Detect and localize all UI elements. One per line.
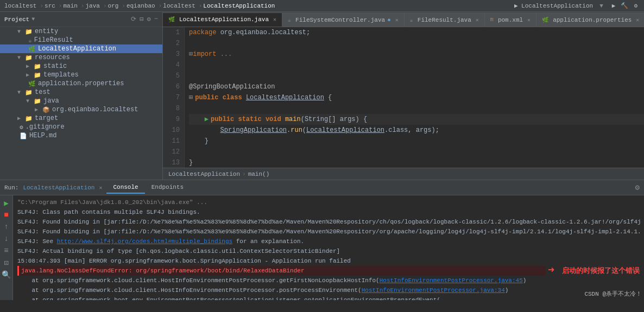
spring-icon-props: 🌿 [28, 80, 36, 87]
hide-icon[interactable]: − [154, 15, 158, 23]
tree-item-static[interactable]: ▶ 📁 static [0, 62, 162, 71]
settings-icon[interactable]: ⚙ [634, 2, 637, 9]
run-config-dropdown[interactable]: ▼ [599, 3, 603, 9]
code-line-2 [189, 38, 644, 49]
tab-filesystemcontroller[interactable]: ☕ FileSystemController.java ● ✕ [282, 12, 405, 27]
title-bar: localtest › src › main › java › org › eq… [0, 0, 644, 12]
code-line-8 [189, 103, 644, 114]
tree-item-orgeq[interactable]: ▶ 📦 org.eqianbao.localtest [0, 105, 162, 114]
link-hostinfo-2[interactable]: HostInfoEnvironmentPostProcessor.java:34 [362, 287, 505, 294]
sync-icon[interactable]: ⟳ [131, 15, 136, 23]
tree-label-orgeq: org.eqianbao.localtest [52, 106, 138, 113]
run-wrap-icon[interactable]: ≡ [1, 245, 12, 256]
gear-icon[interactable]: ⚙ [147, 15, 151, 23]
tree-item-gitignore[interactable]: ⚙ .gitignore [0, 123, 162, 131]
run-app-close[interactable]: ✕ [99, 184, 102, 191]
tree-label-java: java [43, 97, 59, 105]
run-filter-icon[interactable]: ⊡ [1, 257, 12, 268]
spring-tab-icon: 🌿 [168, 16, 175, 23]
tab-pomxml[interactable]: m pom.xml ✕ [485, 12, 536, 27]
tree-item-localtestapp[interactable]: 🌿 LocaltestApplication [0, 44, 162, 53]
tree-item-target[interactable]: ▶ 📁 target [0, 114, 162, 123]
run-search-icon[interactable]: 🔍 [1, 269, 12, 280]
run-line-6: SLF4J: Actual binding is of type [ch.qos… [17, 246, 640, 256]
tree-item-resources[interactable]: ▼ 📁 resources [0, 53, 162, 62]
java-icon-fileresult: ☕ [28, 37, 32, 44]
tabs-bar: 🌿 LocaltestApplication.java ✕ ☕ FileSyst… [163, 12, 644, 27]
line-12: 12 [163, 147, 180, 157]
tab-fileresult[interactable]: ☕ FileResult.java ✕ [405, 12, 485, 27]
tab-close-fsc[interactable]: ✕ [395, 17, 399, 23]
tab-close-pom[interactable]: ✕ [527, 17, 531, 23]
project-dropdown-arrow[interactable]: ▼ [31, 16, 35, 22]
tree-arrow-static: ▶ [26, 63, 34, 69]
folder-icon-test: 📁 [25, 89, 33, 96]
line-13: 13 [163, 157, 180, 168]
tab-label-fsc: FileSystemController.java [295, 17, 385, 23]
run-play-icon[interactable]: ▶ [1, 198, 12, 208]
code-line-5 [189, 71, 644, 81]
line-7: 7 [163, 92, 180, 103]
tree-item-templates[interactable]: ▶ 📁 templates [0, 71, 162, 79]
run-tab-endpoints[interactable]: Endpoints [145, 182, 190, 194]
run-line-error: java.lang.NoClassDefFoundError: org/spri… [17, 266, 546, 276]
tree-label-entity: entity [35, 28, 58, 35]
run-gear-icon[interactable]: ⚙ [635, 183, 640, 192]
tree-label-test: test [35, 88, 50, 96]
tab-localtestapp[interactable]: 🌿 LocaltestApplication.java ✕ [163, 12, 282, 27]
line-4: 4 [163, 60, 180, 71]
tree-item-fileresult[interactable]: ☕ FileResult [0, 36, 162, 44]
project-tree: ▼ 📁 entity ☕ FileResult [0, 27, 162, 140]
tab-close-appprops[interactable]: ✕ [636, 17, 639, 23]
tree-arrow-java: ▼ [26, 98, 34, 104]
project-panel-header: Project ▼ ⟳ ⊟ ⚙ − [0, 12, 162, 27]
code-content: 1 2 3 4 5 6 7 8 9 10 11 12 13 [163, 27, 644, 168]
title-src: src [45, 3, 55, 9]
tree-arrow-res: ▼ [17, 55, 25, 61]
build-button[interactable]: 🔨 [621, 2, 628, 9]
tree-item-test[interactable]: ▼ 📁 test [0, 88, 162, 97]
run-scroll-icon[interactable]: ↑ [1, 221, 12, 232]
title-java: java [85, 3, 99, 9]
tree-item-java[interactable]: ▼ 📁 java [0, 97, 162, 105]
run-line-9: at org.springframework.cloud.client.Host… [17, 276, 640, 285]
bottom-watermark: CSDN @杀手不太冷！ [584, 289, 642, 299]
folder-icon-templates: 📁 [34, 72, 41, 79]
tree-item-appprops[interactable]: 🌿 application.properties [0, 79, 162, 88]
tree-item-entity[interactable]: ▼ 📁 entity [0, 27, 162, 36]
tree-label-gitignore: .gitignore [26, 123, 65, 131]
line-6: 6 [163, 81, 180, 92]
tab-close-localtestapp[interactable]: ✕ [273, 16, 276, 23]
tab-label-localtestapp: LocaltestApplication.java [179, 16, 269, 23]
tree-item-helpmd[interactable]: 📄 HELP.md [0, 131, 162, 140]
title-localtest2: localtest [163, 3, 195, 9]
tree-label-appprops: application.properties [38, 80, 124, 87]
folder-icon-static: 📁 [34, 63, 41, 70]
folder-icon-resources: 📁 [25, 54, 33, 61]
run-body: ▶ ■ ↑ ↓ ≡ ⊡ 🔍 "C:\Program Files\Java\jdk… [0, 195, 644, 300]
git-icon: ⚙ [20, 124, 23, 131]
title-localtest: localtest [4, 3, 36, 9]
breadcrumb-method: main() [248, 171, 270, 177]
run-button[interactable]: ▶ [612, 2, 616, 9]
tab-close-fr[interactable]: ✕ [476, 17, 479, 23]
tab-appprops[interactable]: 🌿 application.properties ✕ [536, 12, 644, 27]
run-tab-console[interactable]: Console [106, 182, 144, 194]
tab-modified-fsc: ● [387, 17, 391, 23]
java-tab-icon-fsc: ☕ [288, 17, 291, 23]
link-hostinfo-1[interactable]: HostInfoEnvironmentPostProcessor.java:45 [380, 277, 523, 284]
code-line-12 [189, 147, 644, 157]
tree-label-localtestapp: LocaltestApplication [38, 45, 116, 53]
title-eqianbao: eqianbao [127, 3, 155, 9]
tab-label-pom: pom.xml [498, 17, 523, 23]
tree-label-resources: resources [35, 54, 70, 61]
run-scroll-down-icon[interactable]: ↓ [1, 233, 12, 244]
panel-header-icons: ⟳ ⊟ ⚙ − [131, 15, 158, 23]
spring-tab-icon2: 🌿 [542, 17, 548, 23]
collapse-icon[interactable]: ⊟ [140, 15, 143, 23]
slf4j-link[interactable]: http://www.slf4j.org/codes.html#multiple… [57, 238, 232, 245]
run-panel: Run: LocaltestApplication ✕ Console Endp… [0, 180, 644, 300]
run-line-2: SLF4J: Class path contains multiple SLF4… [17, 207, 640, 217]
tree-label-helpmd: HELP.md [29, 132, 56, 139]
run-stop-icon[interactable]: ■ [1, 209, 12, 220]
